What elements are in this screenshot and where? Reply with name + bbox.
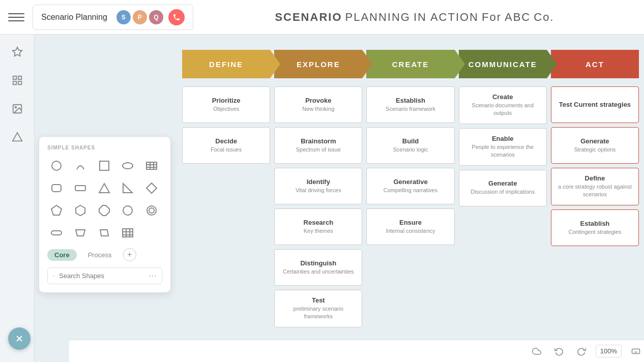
shape-circle2[interactable] xyxy=(119,201,137,220)
card-identify[interactable]: Identify Vital driving forces xyxy=(274,168,362,204)
card-test-current[interactable]: Test Current strategies xyxy=(551,86,639,123)
card-identify-title: Identify xyxy=(307,178,330,186)
app-title-part4: For xyxy=(482,11,502,24)
card-define-act[interactable]: Define a core strategy robust against sc… xyxy=(551,168,639,205)
card-create-comm-title: Create xyxy=(492,93,513,101)
card-enable-sub: People to experience the scenarios xyxy=(464,143,541,159)
sidebar-icon-image[interactable] xyxy=(8,100,26,118)
shape-arc[interactable] xyxy=(71,157,90,175)
card-research-sub: Key themes xyxy=(304,227,333,235)
svg-rect-13 xyxy=(147,162,157,169)
shape-parallelogram[interactable] xyxy=(95,224,113,242)
add-tab-button[interactable]: + xyxy=(123,248,136,261)
fab-close-button[interactable] xyxy=(8,327,31,350)
app-title-part6: Co. xyxy=(534,11,554,24)
svg-rect-1 xyxy=(13,76,16,79)
shapes-search-box[interactable]: ⋯ xyxy=(47,267,162,284)
card-establish-act[interactable]: Establish Contingent strategies xyxy=(551,209,639,246)
cloud-icon[interactable] xyxy=(529,343,545,359)
shape-hexagon[interactable] xyxy=(71,201,90,220)
card-research[interactable]: Research Key themes xyxy=(274,208,362,245)
shape-pentagon[interactable] xyxy=(47,201,66,220)
tab-core[interactable]: Core xyxy=(47,249,77,261)
card-distinguish[interactable]: Distinguish Certainties and uncertaintie… xyxy=(274,249,362,286)
card-establish-create[interactable]: Establish Scenario framework xyxy=(366,86,454,123)
card-ensure-title: Ensure xyxy=(399,219,422,226)
search-input[interactable] xyxy=(59,272,144,280)
more-options-icon[interactable]: ⋯ xyxy=(149,271,157,281)
col-define: Prioritize Objectives Decide Focal issue… xyxy=(182,86,270,164)
shape-rect-flat[interactable] xyxy=(71,179,90,197)
sidebar-icon-grid[interactable] xyxy=(8,71,26,89)
shape-grid[interactable] xyxy=(119,224,137,242)
shape-oval[interactable] xyxy=(119,157,137,175)
svg-point-37 xyxy=(53,275,55,277)
topbar: Scenario Planning S P Q SCENARIO PLANNIN… xyxy=(0,0,644,35)
shape-square[interactable] xyxy=(95,157,113,175)
card-enable-title: Enable xyxy=(492,135,514,142)
app-title: SCENARIO PLANNING IN ACTION For ABC Co. xyxy=(193,11,636,24)
shape-table[interactable] xyxy=(142,157,161,175)
bottombar: 100% ? xyxy=(69,340,644,362)
header-define: DEFINE xyxy=(182,50,270,78)
svg-point-6 xyxy=(15,106,16,108)
sidebar-icon-star[interactable] xyxy=(8,43,26,61)
card-generative-title: Generative xyxy=(393,178,427,186)
shape-rect-rounded[interactable] xyxy=(47,179,66,197)
svg-marker-22 xyxy=(147,183,157,193)
headers-row: DEFINE EXPLORE CREATE COMMUNICATE ACT xyxy=(182,50,639,78)
undo-icon[interactable] xyxy=(551,343,567,359)
sidebar-icon-shapes[interactable] xyxy=(8,128,26,146)
card-generate-comm[interactable]: Generate Discussion of implications xyxy=(459,170,547,206)
card-test-current-title: Test Current strategies xyxy=(559,101,631,108)
svg-rect-4 xyxy=(13,81,16,84)
svg-marker-21 xyxy=(123,184,132,193)
app-title-part2: PLANNING xyxy=(345,11,411,24)
avatar-q[interactable]: Q xyxy=(149,10,163,24)
shape-triangle[interactable] xyxy=(95,179,113,197)
card-decide[interactable]: Decide Focal issues xyxy=(182,127,270,164)
shape-right-triangle[interactable] xyxy=(119,179,137,197)
avatar-p[interactable]: P xyxy=(133,10,147,24)
svg-point-12 xyxy=(123,163,133,169)
header-create: CREATE xyxy=(366,50,454,78)
card-enable[interactable]: Enable People to experience the scenario… xyxy=(459,128,547,166)
shapes-panel-title: SIMPLE SHAPES xyxy=(47,145,162,150)
card-build-sub: Scenario logic xyxy=(393,146,428,154)
shape-trapezoid[interactable] xyxy=(71,224,90,242)
call-icon[interactable] xyxy=(168,9,185,25)
header-explore: EXPLORE xyxy=(274,50,362,78)
card-generate-comm-title: Generate xyxy=(488,179,517,187)
shape-octagon[interactable] xyxy=(95,201,113,220)
left-sidebar xyxy=(0,35,35,362)
menu-button[interactable] xyxy=(8,9,24,25)
card-establish-act-sub: Contingent strategies xyxy=(568,228,621,236)
shape-pill[interactable] xyxy=(47,224,66,242)
card-create-comm[interactable]: Create Scenario documents and outputs xyxy=(459,86,547,124)
header-communicate: COMMUNICATE xyxy=(459,50,547,78)
tab-process[interactable]: Process xyxy=(81,249,119,261)
app-title-part3: IN ACTION xyxy=(414,11,479,24)
svg-marker-30 xyxy=(76,230,85,236)
shape-circle3[interactable] xyxy=(142,201,161,220)
col-create: Establish Scenario framework Build Scena… xyxy=(366,86,454,245)
card-ensure[interactable]: Ensure Internal consistency xyxy=(366,208,454,245)
zoom-label[interactable]: 100% xyxy=(596,345,622,357)
shape-diamond[interactable] xyxy=(142,179,161,197)
svg-marker-7 xyxy=(12,133,21,141)
card-build[interactable]: Build Scenario logic xyxy=(366,127,454,164)
card-provoke[interactable]: Provoke New thinking xyxy=(274,86,362,123)
card-prioritize[interactable]: Prioritize Objectives xyxy=(182,86,270,123)
card-prioritize-sub: Objectives xyxy=(213,105,239,113)
card-test-explore[interactable]: Test preliminary scenario frameworks xyxy=(274,290,362,327)
avatar-s[interactable]: S xyxy=(116,10,131,24)
keyboard-icon[interactable] xyxy=(628,343,644,359)
card-generate-act[interactable]: Generate Strategic options xyxy=(551,127,639,164)
card-establish-create-sub: Scenario framework xyxy=(386,105,435,113)
card-define-act-sub: a core strategy robust against scenarios xyxy=(557,183,633,199)
card-brainstorm[interactable]: Brainstorm Spectrum of issue xyxy=(274,127,362,164)
card-generative[interactable]: Generative Compelling narratives xyxy=(366,168,454,204)
shape-circle[interactable] xyxy=(47,157,66,175)
redo-icon[interactable] xyxy=(573,343,590,359)
card-research-title: Research xyxy=(304,219,334,226)
